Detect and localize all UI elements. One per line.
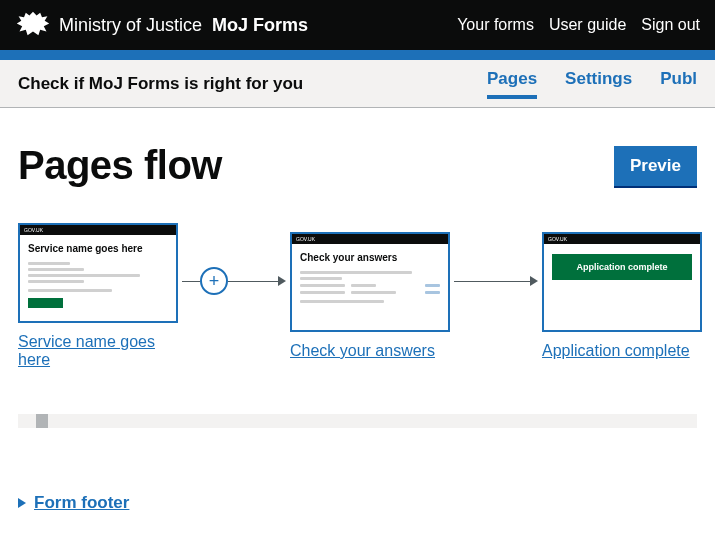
govuk-label: GOV.UK [296,236,315,242]
flow-link-start[interactable]: Service name goes here [18,333,178,369]
thumb-heading: Service name goes here [28,243,168,254]
page-thumbnail: GOV.UK Service name goes here [18,223,178,323]
nav-sign-out[interactable]: Sign out [641,16,700,34]
form-footer-toggle[interactable]: Form footer [0,493,715,536]
arrow-icon [530,276,538,286]
confirmation-banner: Application complete [552,254,692,280]
tab-publish[interactable]: Publ [660,69,697,99]
app-name: MoJ Forms [212,15,308,36]
arrow-icon [278,276,286,286]
start-button-icon [28,298,63,308]
form-title: Check if MoJ Forms is right for you [18,74,487,94]
header-blue-bar [0,50,715,60]
flow-item-check[interactable]: GOV.UK Check your answers Check your ans… [290,232,450,360]
form-footer-link[interactable]: Form footer [34,493,129,513]
govuk-label: GOV.UK [548,236,567,242]
scrollbar-thumb[interactable] [36,414,48,428]
govuk-label: GOV.UK [24,227,43,233]
main-content: Pages flow Previe GOV.UK Service name go… [0,108,715,493]
add-page-button[interactable]: + [200,267,228,295]
flow-link-complete[interactable]: Application complete [542,342,690,360]
ministry-name: Ministry of Justice [59,15,202,36]
thumb-heading: Check your answers [300,252,440,263]
flow-link-check[interactable]: Check your answers [290,342,435,360]
page-thumbnail: GOV.UK Check your answers [290,232,450,332]
nav-your-forms[interactable]: Your forms [457,16,534,34]
nav-user-guide[interactable]: User guide [549,16,626,34]
flow-item-complete[interactable]: GOV.UK Application complete Application … [542,232,702,360]
tab-pages[interactable]: Pages [487,69,537,99]
sub-header: Check if MoJ Forms is right for you Page… [0,60,715,108]
page-title: Pages flow [18,143,614,188]
flow-row: GOV.UK Service name goes here Service na… [18,223,697,369]
preview-button[interactable]: Previe [614,146,697,186]
tab-settings[interactable]: Settings [565,69,632,99]
caret-right-icon [18,498,26,508]
flow-item-start[interactable]: GOV.UK Service name goes here Service na… [18,223,178,369]
connector [450,276,542,286]
horizontal-scrollbar[interactable] [18,414,697,428]
page-thumbnail: GOV.UK Application complete [542,232,702,332]
global-header: Ministry of Justice MoJ Forms Your forms… [0,0,715,50]
connector-add: + [178,267,290,295]
crest-icon [15,10,51,40]
header-nav: Your forms User guide Sign out [457,16,700,34]
